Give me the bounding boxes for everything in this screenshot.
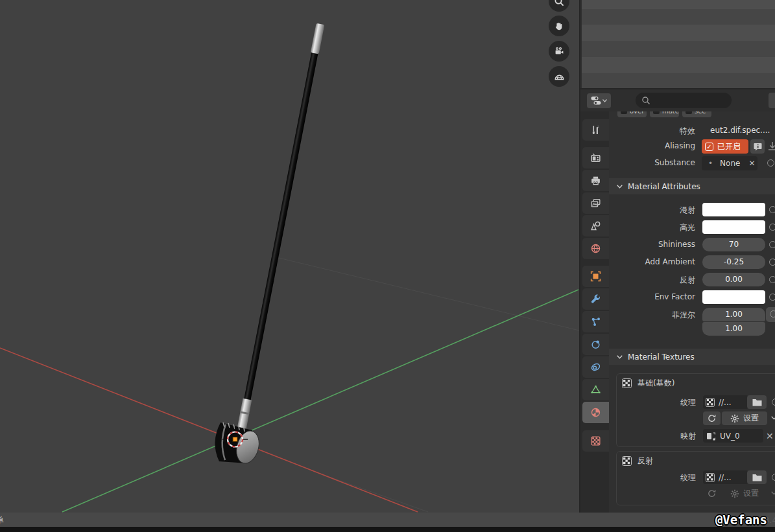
3d-viewport[interactable] (0, 0, 579, 513)
tab-material[interactable] (582, 402, 609, 423)
printer-icon (590, 175, 601, 186)
chevron-down-icon (617, 185, 623, 189)
search-input[interactable] (636, 93, 732, 108)
fresnel-label: 菲涅尔 (609, 310, 695, 321)
base-settings-row: 设置 (617, 411, 775, 426)
status-menu-fragment[interactable]: 单 (0, 515, 4, 526)
camera-view-icon (554, 46, 564, 56)
reflection-texture-panel: 反射 纹理 //... (616, 451, 775, 505)
reflection-settings-row: 设置 (617, 487, 775, 501)
status-bar: 单 3.4 @Vefans (0, 513, 775, 527)
tab-render[interactable] (582, 147, 609, 168)
add-ambient-row: Add Ambient -0.25 (609, 255, 775, 270)
decorator-icon[interactable] (769, 206, 775, 213)
texture-label: 纹理 (610, 397, 696, 408)
window-bottom-edge (0, 527, 775, 532)
substance-dropdown[interactable]: • None ✕ (702, 156, 757, 170)
clipped-toggle-3[interactable]: see (682, 111, 711, 117)
reload-button[interactable] (703, 411, 721, 425)
texture-label: 纹理 (610, 472, 696, 483)
tab-physics[interactable] (582, 334, 609, 355)
decorator-icon[interactable] (769, 259, 775, 266)
env-factor-color-swatch[interactable] (702, 290, 765, 304)
tab-tool[interactable] (582, 119, 609, 141)
decorator-icon[interactable] (769, 276, 775, 283)
editor-type-button[interactable] (587, 93, 611, 108)
tab-constraints[interactable] (582, 356, 609, 378)
tab-modifiers[interactable] (582, 288, 609, 310)
add-ambient-input[interactable]: -0.25 (702, 255, 765, 269)
tab-world[interactable] (582, 238, 609, 259)
diffuse-color-swatch[interactable] (702, 203, 765, 216)
pan-gizmo-button[interactable] (549, 16, 569, 36)
decorator-icon[interactable] (769, 241, 775, 248)
tab-output[interactable] (582, 170, 609, 191)
decorator-icon[interactable] (772, 399, 775, 406)
aliasing-state: 已开启 (717, 141, 741, 152)
decorator-icon[interactable] (769, 224, 775, 231)
properties-header (580, 89, 775, 111)
decorator-icon[interactable] (767, 159, 774, 167)
decorator-button[interactable] (766, 307, 775, 322)
tab-scene[interactable] (582, 215, 609, 237)
settings-label: 设置 (743, 413, 759, 424)
settings-dropdown[interactable]: 设置 (722, 411, 767, 425)
properties-content: over mate see 特效 eut2.dif.spec.... Alias… (609, 111, 775, 513)
texture-datablock[interactable]: //... (703, 470, 748, 484)
tab-object-data[interactable] (582, 379, 609, 400)
clipped-toggle-2[interactable]: mate (650, 111, 679, 117)
material-attributes-header[interactable]: Material Attributes (609, 178, 775, 194)
chevron-down-icon[interactable] (771, 416, 775, 420)
shininess-input[interactable]: 70 (702, 238, 765, 251)
aliasing-toggle-button[interactable]: ✓ 已开启 (702, 139, 748, 154)
decorator-icon[interactable] (769, 294, 775, 301)
folder-icon (752, 474, 762, 481)
chevron-down-icon[interactable] (771, 491, 775, 495)
effect-value[interactable]: eut2.dif.spec.... (710, 126, 770, 135)
reflection-input[interactable]: 0.00 (702, 273, 765, 286)
browse-folder-button[interactable] (747, 470, 767, 484)
fresnel-input-1[interactable]: 1.00 (702, 308, 765, 321)
fresnel-input-2[interactable]: 1.00 (702, 322, 765, 336)
uv-map-field[interactable]: UV_0 (703, 429, 763, 443)
aliasing-label: Aliasing (609, 141, 695, 150)
aliasing-row: Aliasing ✓ 已开启 (609, 139, 775, 154)
substance-label: Substance (609, 158, 695, 167)
browse-folder-button[interactable] (747, 395, 767, 409)
tab-object[interactable] (582, 266, 609, 287)
camera-view-gizmo-button[interactable] (549, 41, 569, 62)
texture-datablock[interactable]: //... (703, 395, 748, 409)
projection-gizmo-button[interactable] (549, 66, 569, 87)
reflection-texture-panel-header[interactable]: 反射 (622, 456, 653, 467)
base-texture-panel-header[interactable]: 基础(基数) (622, 378, 674, 389)
constraint-icon (590, 362, 601, 373)
gear-icon (730, 489, 739, 498)
mesh-data-icon (590, 384, 601, 395)
render-camera-icon (590, 152, 601, 163)
axis-x-line (0, 348, 418, 512)
checkbox-icon (621, 111, 627, 114)
import-arrow-icon[interactable] (767, 141, 775, 152)
substance-row: Substance • None ✕ (609, 156, 775, 170)
aliasing-info-button[interactable] (750, 139, 765, 154)
reload-button[interactable] (703, 487, 721, 500)
refresh-icon (708, 489, 716, 498)
specular-color-swatch[interactable] (702, 220, 765, 234)
info-bubble-icon (754, 143, 762, 151)
uv-mapping-icon (706, 432, 715, 441)
material-textures-header[interactable]: Material Textures (609, 349, 775, 365)
grid-dome-icon (554, 71, 565, 82)
checkbox-checked-icon: ✓ (705, 143, 713, 151)
filter-button-partial[interactable] (769, 93, 775, 108)
tab-view-layer[interactable] (582, 192, 609, 214)
tab-particles[interactable] (582, 311, 609, 332)
clear-icon[interactable]: ✕ (748, 159, 755, 168)
decorator-icon[interactable] (772, 474, 775, 481)
object-icon (590, 271, 601, 282)
tab-texture[interactable] (582, 430, 609, 452)
settings-dropdown[interactable]: 设置 (722, 487, 767, 500)
reflection-label: 反射 (609, 275, 695, 286)
clipped-toggle-1[interactable]: over (617, 111, 647, 117)
clear-icon[interactable]: ✕ (766, 431, 774, 441)
reflection-row: 反射 0.00 (609, 273, 775, 287)
